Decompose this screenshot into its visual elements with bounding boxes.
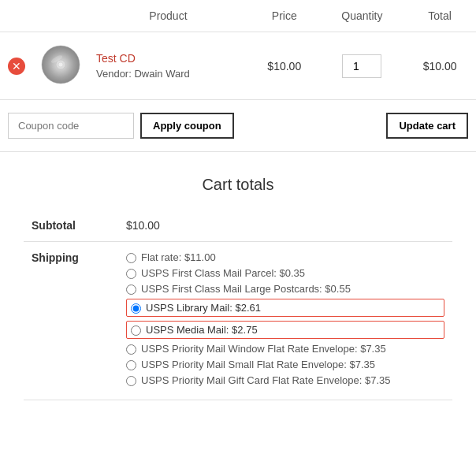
col-product-header: Product xyxy=(88,0,248,32)
shipping-options-cell: Flat rate: $11.00USPS First Class Mail P… xyxy=(118,242,452,400)
shipping-radio-usps_priority_small[interactable] xyxy=(126,360,136,370)
shipping-label-usps_library_mail: USPS Library Mail: $2.61 xyxy=(146,302,261,314)
shipping-radio-usps_library_mail[interactable] xyxy=(131,303,141,314)
product-total: $10.00 xyxy=(403,32,476,100)
update-cart-button[interactable]: Update cart xyxy=(386,113,468,139)
col-remove-header xyxy=(0,0,33,32)
shipping-label-usps_priority_gift: USPS Priority Mail Gift Card Flat Rate E… xyxy=(141,374,390,386)
subtotal-row: Subtotal $10.00 xyxy=(24,210,452,242)
shipping-radio-usps_media_mail[interactable] xyxy=(131,325,141,336)
coupon-input[interactable] xyxy=(8,113,134,139)
shipping-option-flat_rate: Flat rate: $11.00 xyxy=(126,251,444,263)
subtotal-label: Subtotal xyxy=(24,210,118,242)
shipping-label-usps_first_class_parcel: USPS First Class Mail Parcel: $0.35 xyxy=(141,267,305,279)
product-link[interactable]: Test CD xyxy=(96,52,136,65)
subtotal-value: $10.00 xyxy=(118,210,452,242)
vendor-name: Dwain Ward xyxy=(134,68,189,80)
shipping-option-usps_media_mail: USPS Media Mail: $2.75 xyxy=(126,321,444,339)
svg-point-2 xyxy=(58,62,63,67)
cart-totals-section: Cart totals Subtotal $10.00 Shipping Fla… xyxy=(0,176,476,424)
product-price: $10.00 xyxy=(248,32,321,100)
vendor-label: Vendor: xyxy=(96,68,132,80)
col-price-header: Price xyxy=(248,0,321,32)
shipping-radio-usps_first_class_parcel[interactable] xyxy=(126,269,136,279)
cart-totals-title: Cart totals xyxy=(24,176,452,194)
product-image xyxy=(41,45,80,84)
table-row: ✕ xyxy=(0,32,476,100)
quantity-input[interactable] xyxy=(342,54,381,78)
col-total-header: Total xyxy=(403,0,476,32)
col-image-header xyxy=(33,0,88,32)
shipping-option-usps_library_mail: USPS Library Mail: $2.61 xyxy=(126,299,444,317)
shipping-radio-usps_priority_window[interactable] xyxy=(126,344,136,355)
col-quantity-header: Quantity xyxy=(321,0,403,32)
coupon-row: Apply coupon Update cart xyxy=(0,100,476,152)
shipping-option-usps_first_class_large: USPS First Class Mail Large Postcards: $… xyxy=(126,283,444,295)
product-quantity-cell xyxy=(321,32,403,100)
shipping-radio-usps_first_class_large[interactable] xyxy=(126,284,136,295)
shipping-label-usps_first_class_large: USPS First Class Mail Large Postcards: $… xyxy=(141,283,351,295)
shipping-label-flat_rate: Flat rate: $11.00 xyxy=(141,251,216,263)
shipping-option-usps_priority_gift: USPS Priority Mail Gift Card Flat Rate E… xyxy=(126,374,444,386)
shipping-radio-flat_rate[interactable] xyxy=(126,253,136,263)
shipping-label: Shipping xyxy=(24,242,118,400)
vendor-info: Vendor: Dwain Ward xyxy=(96,68,240,80)
apply-coupon-button[interactable]: Apply coupon xyxy=(140,113,234,139)
shipping-radio-usps_priority_gift[interactable] xyxy=(126,376,136,386)
shipping-label-usps_priority_small: USPS Priority Mail Small Flat Rate Envel… xyxy=(141,359,375,370)
shipping-label-usps_media_mail: USPS Media Mail: $2.75 xyxy=(146,324,258,336)
shipping-option-usps_priority_window: USPS Priority Mail Window Flat Rate Enve… xyxy=(126,343,444,355)
shipping-option-usps_priority_small: USPS Priority Mail Small Flat Rate Envel… xyxy=(126,359,444,370)
remove-item-button[interactable]: ✕ xyxy=(8,58,25,75)
shipping-row: Shipping Flat rate: $11.00USPS First Cla… xyxy=(24,242,452,400)
product-name-cell: Test CD Vendor: Dwain Ward xyxy=(88,32,248,100)
shipping-label-usps_priority_window: USPS Priority Mail Window Flat Rate Enve… xyxy=(141,343,386,355)
shipping-option-usps_first_class_parcel: USPS First Class Mail Parcel: $0.35 xyxy=(126,267,444,279)
totals-table: Subtotal $10.00 Shipping Flat rate: $11.… xyxy=(24,210,452,400)
cart-table: Product Price Quantity Total ✕ xyxy=(0,0,476,100)
